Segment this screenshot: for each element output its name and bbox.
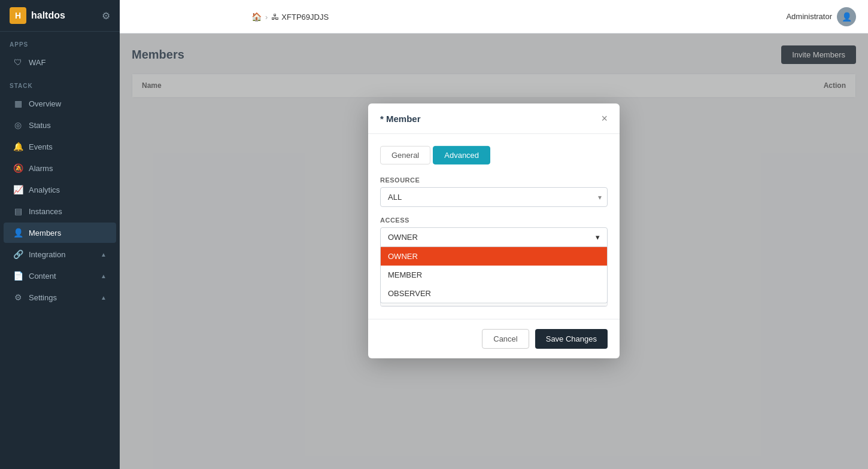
sidebar-item-alarms[interactable]: 🔕 Alarms (4, 158, 116, 178)
access-option-owner[interactable]: OWNER (381, 247, 607, 266)
sidebar-item-overview[interactable]: ▦ Overview (4, 93, 116, 114)
access-dropdown-list: OWNER MEMBER OBSERVER (380, 247, 608, 303)
sidebar-item-analytics[interactable]: 📈 Analytics (4, 179, 116, 200)
sidebar-item-label: Integration (29, 250, 65, 259)
tab-bar: General Advanced (380, 146, 608, 165)
resource-label: RESOURCE (380, 176, 608, 184)
sidebar-item-label: Events (29, 142, 53, 151)
chevron-up-icon: ▲ (101, 294, 107, 301)
modal-footer: Cancel Save Changes (368, 319, 620, 358)
sidebar-item-members[interactable]: 👤 Members (4, 223, 116, 243)
home-icon[interactable]: 🏠 (251, 12, 262, 22)
circle-icon: ◎ (13, 120, 23, 130)
breadcrumb-stack: 🖧 XFTP69JDJS (271, 13, 329, 22)
access-selected-value: OWNER (388, 233, 418, 242)
sidebar-item-label: Analytics (29, 185, 60, 194)
resource-select[interactable]: ALL (380, 187, 608, 207)
resource-select-wrapper: ALL ▾ (380, 187, 608, 207)
username: Administrator (786, 12, 832, 21)
logo-text: haltdos (31, 10, 65, 21)
doc-icon: 📄 (13, 271, 23, 281)
modal-close-button[interactable]: × (601, 113, 608, 124)
chevron-up-icon: ▲ (101, 273, 107, 279)
resource-group: RESOURCE ALL ▾ (380, 176, 608, 207)
apps-section-label: APPS (0, 32, 120, 51)
shield-icon: 🛡 (13, 57, 23, 67)
server-icon: ▤ (13, 206, 23, 216)
sidebar: H haltdos ⚙ APPS 🛡 WAF STACK ▦ Overview … (0, 0, 120, 469)
stack-icon: 🖧 (271, 13, 279, 22)
sidebar-item-events[interactable]: 🔔 Events (4, 136, 116, 157)
page-area: Members Invite Members Name Action * Mem… (120, 34, 868, 469)
settings-gear-icon[interactable]: ⚙ (102, 10, 110, 22)
chart-icon: 📈 (13, 185, 23, 194)
access-option-member[interactable]: MEMBER (381, 266, 607, 284)
alarm-icon: 🔕 (13, 163, 23, 173)
sidebar-item-label: WAF (29, 58, 45, 67)
user-area: Administrator 👤 (786, 7, 856, 26)
main-content: 🏠 › 🖧 XFTP69JDJS Administrator 👤 Members… (120, 0, 868, 469)
avatar: 👤 (837, 7, 856, 26)
sidebar-item-label: Alarms (29, 164, 53, 173)
sidebar-item-label: Instances (29, 207, 62, 216)
grid-icon: ▦ (13, 99, 23, 108)
sidebar-item-settings[interactable]: ⚙ Settings ▲ (4, 287, 116, 307)
bell-icon: 🔔 (13, 142, 23, 151)
save-changes-button[interactable]: Save Changes (535, 329, 608, 349)
logo-icon: H (10, 7, 26, 24)
sidebar-item-content[interactable]: 📄 Content ▲ (4, 266, 116, 286)
breadcrumb: 🏠 › 🖧 XFTP69JDJS (251, 0, 329, 34)
stack-name: XFTP69JDJS (281, 13, 329, 22)
modal-body: General Advanced RESOURCE ALL ▾ ACCESS (368, 134, 620, 319)
sidebar-item-waf[interactable]: 🛡 WAF (4, 52, 116, 72)
sidebar-item-label: Members (29, 229, 61, 237)
cancel-button[interactable]: Cancel (482, 329, 529, 349)
sidebar-item-label: Content (29, 272, 56, 281)
member-modal: * Member × General Advanced RESOURCE ALL… (368, 103, 620, 358)
sidebar-header: H haltdos ⚙ (0, 0, 120, 32)
breadcrumb-separator: › (265, 13, 268, 22)
sidebar-item-instances[interactable]: ▤ Instances (4, 201, 116, 221)
topbar: 🏠 › 🖧 XFTP69JDJS Administrator 👤 (120, 0, 868, 34)
chevron-up-icon: ▲ (101, 251, 107, 258)
gear-icon: ⚙ (13, 293, 23, 302)
sidebar-item-status[interactable]: ◎ Status (4, 115, 116, 135)
tab-advanced[interactable]: Advanced (433, 146, 490, 165)
sidebar-item-label: Overview (29, 99, 61, 108)
access-group: ACCESS OWNER ▾ OWNER MEMBER OBSERVER (380, 217, 608, 247)
access-option-observer[interactable]: OBSERVER (381, 284, 607, 303)
modal-header: * Member × (368, 103, 620, 134)
tab-general[interactable]: General (380, 146, 430, 165)
sidebar-item-label: Status (29, 121, 51, 130)
person-icon: 👤 (13, 228, 23, 237)
access-dropdown-wrapper: OWNER ▾ OWNER MEMBER OBSERVER (380, 227, 608, 247)
modal-title: * Member (380, 113, 421, 123)
sidebar-item-label: Settings (29, 293, 57, 302)
link-icon: 🔗 (13, 249, 23, 259)
stack-section-label: STACK (0, 73, 120, 93)
sidebar-item-integration[interactable]: 🔗 Integration ▲ (4, 244, 116, 264)
chevron-down-icon: ▾ (596, 233, 600, 242)
access-dropdown-trigger[interactable]: OWNER ▾ (380, 227, 608, 247)
access-label: ACCESS (380, 217, 608, 224)
